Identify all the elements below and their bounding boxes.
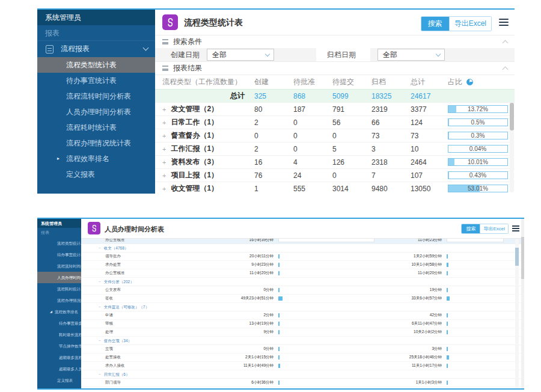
search-button[interactable]: 搜索 (421, 17, 449, 31)
sidebar-item[interactable]: 人员办理时间分析表 (37, 272, 81, 283)
create-date-select[interactable]: 全部 (207, 49, 274, 61)
expand-icon[interactable]: + (162, 119, 166, 126)
duration-value: 13小时19分钟 (201, 321, 274, 326)
sidebar-item[interactable]: 流程耗时统计表 (37, 120, 155, 135)
sidebar-group-label: 流程报表 (61, 44, 90, 54)
step-label: 承办处室 (81, 262, 201, 268)
group-row[interactable]: −文件分发（202） (81, 278, 524, 286)
sidebar-item[interactable]: 定义报表 (37, 167, 155, 182)
duration-bar-zone (442, 330, 524, 334)
sidebar-item[interactable]: 流程办理情况统计表 (37, 295, 81, 306)
group-row[interactable]: −日常汇报（6） (81, 370, 524, 379)
cell-value: 80 (254, 105, 293, 114)
search-button[interactable]: 搜索 (462, 224, 480, 233)
sidebar-section-reports[interactable]: 报表 (37, 25, 155, 41)
window-scrollbar-thumb[interactable] (521, 237, 524, 279)
percent-label: 0.3% (448, 132, 507, 139)
column-header: 总计 (411, 77, 448, 87)
column-header-label: 流程类型（工作流数量） (162, 78, 242, 86)
sidebar-item[interactable]: 待办事宜统计表 (37, 73, 155, 88)
group-row[interactable]: −督办立项（34） (81, 337, 524, 345)
sidebar-group-process-reports[interactable]: 流程报表 (37, 41, 155, 57)
cell-value: 7 (371, 171, 411, 180)
sidebar-item[interactable]: ◢流程效率排名 (37, 306, 81, 317)
collapse-icon[interactable]: − (99, 305, 101, 309)
sidebar-item-label: 流程流转时间分析表 (66, 92, 131, 100)
sidebar-item[interactable]: 超期最多人员排名表 (37, 363, 81, 375)
duration-bar-zone (442, 254, 524, 259)
group-label: 文件分发（202） (104, 280, 134, 284)
chevron-up-icon[interactable] (503, 67, 509, 73)
duration-bar (278, 296, 283, 301)
total-value: 24617 (411, 92, 448, 100)
duration-bar (278, 322, 280, 326)
expand-icon[interactable]: + (162, 159, 166, 166)
export-excel-button[interactable]: 导出Excel (480, 224, 508, 233)
sidebar-item[interactable]: 流程流转时间分析表 (37, 260, 81, 272)
sidebar-item[interactable]: 节点操作效率人员排名表 (37, 340, 81, 352)
scrollbar[interactable] (510, 102, 514, 192)
toolbar-buttons: 搜索 导出Excel (461, 224, 509, 234)
collapse-icon[interactable]: − (99, 280, 101, 284)
expand-icon[interactable]: + (162, 145, 166, 153)
process-type-label: 发文管理（2） (171, 104, 218, 114)
list-menu-icon[interactable] (512, 225, 519, 233)
list-menu-icon[interactable] (499, 19, 509, 28)
sidebar-item-label: 流程流转时间分析表 (57, 264, 81, 268)
expand-icon[interactable]: + (162, 185, 166, 192)
cell-value: 2319 (371, 105, 411, 114)
search-conditions-header[interactable]: 搜索条件 (155, 35, 515, 48)
sidebar-item[interactable]: 流程流转时间分析表 (37, 88, 155, 104)
window-scrollbar[interactable] (521, 219, 524, 388)
sidebar-item[interactable]: 定义报表 (37, 375, 81, 386)
cell-value: 2464 (411, 158, 448, 167)
sidebar-item[interactable]: 耗时最长流程排名表 (37, 329, 81, 340)
sidebar-item[interactable]: 流程办理情况统计表 (37, 135, 155, 151)
group-row[interactable]: −文件直送（可修改）（7） (81, 303, 524, 311)
cell-value: 2 (254, 145, 293, 153)
duration-value: 19分钟 (382, 287, 442, 293)
panel-lines-icon (162, 39, 168, 44)
expand-icon[interactable]: + (162, 172, 166, 179)
sidebar-item-label: 节点操作效率人员排名表 (59, 344, 81, 348)
sidebar-item[interactable]: 流程类型统计表 (37, 237, 81, 249)
collapse-icon[interactable]: − (99, 246, 101, 250)
report-result-title: 报表结果 (173, 63, 202, 73)
sidebar-section-reports[interactable]: 报表 (37, 228, 81, 237)
sidebar-item-label: 流程类型统计表 (66, 61, 117, 69)
archive-date-select[interactable]: 全部 (377, 49, 445, 61)
cell-value: 56 (332, 118, 371, 127)
sidebar-item[interactable]: ▸流程效率排名 (37, 151, 155, 167)
scrollbar-thumb[interactable] (515, 248, 519, 266)
duration-bar-zone (442, 271, 524, 275)
sidebar-item[interactable]: 流程耗时统计表 (37, 283, 81, 295)
chevron-up-icon[interactable] (503, 40, 509, 46)
sidebar-item[interactable]: 待办事宜最多人员排名表 (37, 317, 81, 329)
sidebar-item[interactable]: 人员办理时间分析表 (37, 104, 155, 120)
data-row: 申请2分钟42分钟 (81, 311, 524, 320)
sidebar-item[interactable]: 待办事宜统计表 (37, 249, 81, 260)
collapse-icon[interactable]: − (99, 338, 101, 343)
group-label: 日常汇报（6） (104, 372, 130, 376)
collapse-icon[interactable]: − (99, 372, 101, 376)
export-excel-button[interactable]: 导出Excel (449, 17, 491, 31)
sidebar-item[interactable]: 流程类型统计表 (37, 57, 155, 73)
pie-chart-icon[interactable] (466, 79, 473, 85)
duration-value: 33天6小时57分钟 (382, 296, 442, 301)
sidebar-item-label: 定义报表 (66, 170, 95, 179)
data-row: 部门领导6小时36分钟1天1小时3分钟 (81, 379, 524, 387)
duration-value: 11小时23分钟 (382, 239, 442, 243)
scrollbar-thumb[interactable] (510, 103, 514, 130)
scrollbar[interactable] (515, 239, 519, 388)
process-type-label: 收文管理（1） (171, 183, 218, 194)
expand-icon[interactable]: + (162, 132, 166, 139)
sidebar-item[interactable]: 超期最多流程排名表 (37, 352, 81, 363)
cell-value: 0 (332, 171, 371, 180)
report-result-header[interactable]: 报表结果 (155, 61, 515, 75)
total-value: 18325 (371, 92, 411, 100)
page-title: 人员办理时间分析表 (105, 225, 164, 234)
table-header-row: 流程类型（工作流数量）创建待批准待提交归档总计占比 (155, 75, 515, 89)
group-row[interactable]: −收文（4768） (81, 244, 524, 253)
workflow-app-icon (88, 222, 100, 234)
expand-icon[interactable]: + (162, 106, 166, 113)
